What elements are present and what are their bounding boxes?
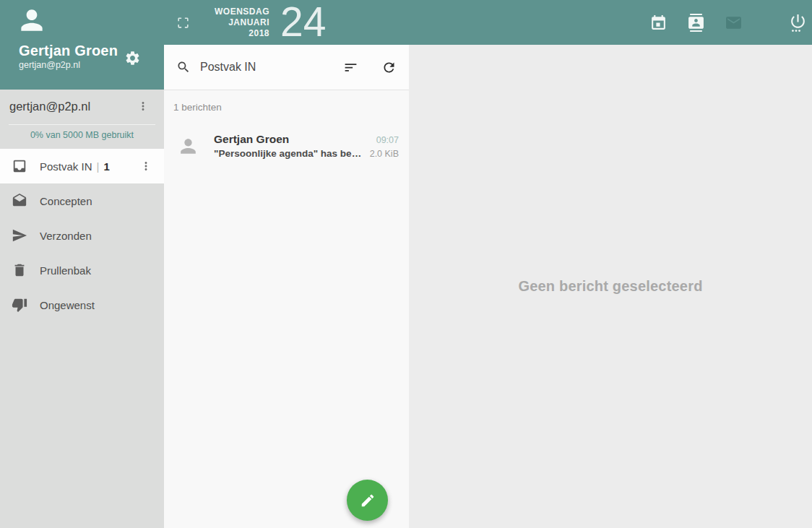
inbox-icon bbox=[12, 158, 27, 174]
folder-count-separator: | bbox=[97, 160, 100, 173]
message-list-panel: 1 berichten Gertjan Groen 09:07 "Persoon… bbox=[164, 45, 409, 528]
webmail-app: Gertjan Groen gertjan@p2p.nl gertjan@p2p… bbox=[0, 0, 812, 528]
folder-junk[interactable]: Ongewenst bbox=[0, 287, 164, 322]
message-sender: Gertjan Groen bbox=[214, 133, 289, 146]
sidebar-user-header: Gertjan Groen gertjan@p2p.nl bbox=[0, 0, 164, 90]
folder-list: Postvak IN | 1 Concepten Verzonden bbox=[0, 149, 164, 322]
search-icon[interactable] bbox=[176, 60, 191, 74]
no-message-selected-text: Geen bericht geselecteerd bbox=[518, 278, 702, 295]
message-list-item[interactable]: Gertjan Groen 09:07 "Persoonlijke agenda… bbox=[164, 113, 409, 159]
message-row-2: "Persoonlijke agenda" has been cr... 2.0… bbox=[214, 148, 399, 159]
search-input[interactable] bbox=[200, 61, 343, 74]
sidebar: Gertjan Groen gertjan@p2p.nl gertjan@p2p… bbox=[0, 0, 164, 528]
sort-icon[interactable] bbox=[343, 60, 358, 75]
pencil-icon bbox=[360, 493, 376, 508]
date-block: WOENSDAG JANUARI 2018 bbox=[206, 7, 269, 39]
folder-label: Ongewenst bbox=[40, 299, 95, 311]
user-avatar-icon bbox=[16, 4, 48, 36]
folder-trash[interactable]: Prullenbak bbox=[0, 253, 164, 287]
date-year: 2018 bbox=[206, 28, 269, 39]
content-area: 1 berichten Gertjan Groen 09:07 "Persoon… bbox=[164, 45, 812, 528]
contacts-app-icon[interactable] bbox=[687, 14, 705, 32]
account-menu-kebab-icon[interactable] bbox=[137, 100, 150, 113]
calendar-app-icon[interactable] bbox=[649, 14, 668, 32]
folder-label: Concepten bbox=[40, 195, 92, 207]
folder-label: Verzonden bbox=[40, 230, 92, 242]
logout-power-icon[interactable] bbox=[789, 12, 807, 33]
folder-sent[interactable]: Verzonden bbox=[0, 218, 164, 253]
date-day-number: 24 bbox=[280, 0, 326, 43]
message-preview-panel: Geen bericht geselecteerd bbox=[409, 45, 812, 528]
refresh-icon[interactable] bbox=[381, 60, 397, 75]
search-bar bbox=[164, 45, 409, 90]
message-subject: "Persoonlijke agenda" has been cr... bbox=[214, 148, 366, 159]
compose-button[interactable] bbox=[347, 480, 388, 521]
quota-text: 0% van 5000 MB gebruikt bbox=[0, 125, 164, 149]
topbar: WOENSDAG JANUARI 2018 24 bbox=[164, 0, 812, 45]
folder-label: Postvak IN bbox=[40, 160, 92, 173]
folder-label: Prullenbak bbox=[40, 264, 91, 277]
message-body: Gertjan Groen 09:07 "Persoonlijke agenda… bbox=[214, 133, 399, 159]
topbar-app-icons bbox=[630, 12, 812, 33]
folder-drafts[interactable]: Concepten bbox=[0, 183, 164, 218]
settings-gear-icon[interactable] bbox=[124, 50, 141, 66]
message-count: 1 berichten bbox=[164, 90, 409, 113]
message-row-1: Gertjan Groen 09:07 bbox=[214, 133, 399, 146]
folder-menu-kebab-icon[interactable] bbox=[139, 160, 152, 173]
thumb-down-icon bbox=[12, 297, 27, 313]
trash-icon bbox=[12, 262, 27, 278]
mail-app-icon[interactable] bbox=[725, 14, 743, 32]
message-time: 09:07 bbox=[376, 135, 399, 145]
sender-avatar-icon bbox=[177, 135, 199, 157]
folder-inbox[interactable]: Postvak IN | 1 bbox=[0, 149, 164, 183]
account-email: gertjan@p2p.nl bbox=[9, 100, 90, 113]
main-column: WOENSDAG JANUARI 2018 24 bbox=[164, 0, 812, 528]
date-month: JANUARI bbox=[206, 17, 269, 28]
date-weekday: WOENSDAG bbox=[206, 7, 269, 17]
fullscreen-icon[interactable] bbox=[176, 16, 190, 30]
drafts-icon bbox=[12, 193, 27, 209]
message-size: 2.0 KiB bbox=[370, 149, 399, 159]
send-icon bbox=[12, 228, 27, 243]
account-row[interactable]: gertjan@p2p.nl bbox=[0, 90, 164, 123]
folder-unread-count: 1 bbox=[103, 160, 109, 173]
